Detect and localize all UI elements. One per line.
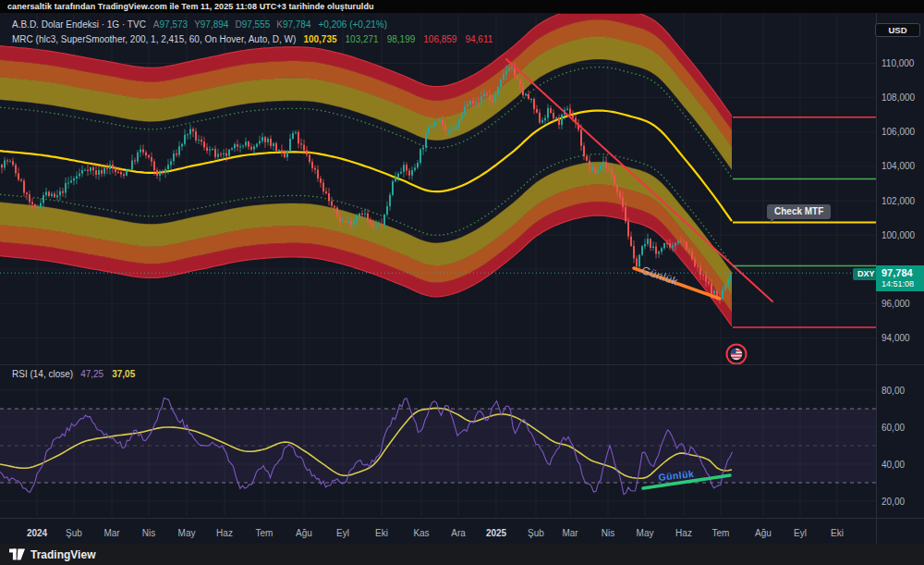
rsi-legend: RSI (14, close) 47,2537,05 (12, 369, 135, 379)
price-tick-label: 94,000 (881, 333, 910, 343)
price-tick-label: 102,000 (881, 196, 916, 206)
time-tick-label: Nis (142, 528, 155, 538)
rsi-values: 47,2537,05 (80, 369, 135, 379)
mrc-values: 100,735103,27198,199106,85994,611 (303, 34, 492, 44)
price-tick-label: 104,000 (881, 161, 916, 171)
symbol-legend: A.B.D. Dolar Endeksi · 1G · TVC A97,573Y… (12, 19, 387, 30)
time-tick-label: Şub (528, 528, 544, 538)
time-tick-label: Tem (256, 528, 274, 538)
price-axis-label[interactable]: 97,784 14:51:08 (876, 265, 924, 291)
symbol-title[interactable]: A.B.D. Dolar Endeksi · 1G · TVC (12, 19, 146, 30)
chart-canvas[interactable]: 110,000108,000106,000104,000102,000100,0… (0, 0, 924, 565)
mrc-value: 94,611 (465, 34, 492, 44)
ohlc-d: D97,555 (235, 19, 270, 30)
rsi-title[interactable]: RSI (14, close) (12, 369, 73, 379)
time-tick-label: Haz (216, 528, 233, 538)
ohlc-y: Y97,894 (194, 19, 228, 30)
mrc-value: 98,199 (387, 34, 416, 44)
time-tick-label: Eyl (336, 528, 349, 538)
time-tick-label: Eki (831, 528, 844, 538)
watermark-text: TradingView (30, 548, 95, 561)
time-tick-label: Şub (66, 528, 82, 538)
flag-marker-icon (727, 345, 747, 364)
time-tick-label: Kas (413, 528, 429, 538)
price-tick-label: 96,000 (881, 299, 910, 309)
currency-button[interactable]: USD (875, 23, 920, 37)
price-tick-label: 110,000 (881, 58, 915, 68)
time-tick-label: Haz (675, 528, 692, 538)
change-value: +0,206 (+0,21%) (318, 19, 387, 30)
time-tick-label: May (178, 528, 196, 538)
rsi-tick-label: 80,00 (881, 386, 905, 396)
mrc-value: 106,859 (423, 34, 456, 44)
attribution-text: canersaltik tarafından TradingView.com i… (7, 2, 374, 11)
time-tick-label: Ara (451, 528, 466, 538)
tradingview-chart-snapshot: canersaltik tarafından TradingView.com i… (0, 0, 924, 565)
price-tick-label: 108,000 (881, 92, 916, 103)
check-mtf-button[interactable]: Check MTF (767, 204, 831, 219)
price-tick-label: 106,000 (881, 127, 916, 137)
time-tick-label: Ağu (755, 528, 772, 538)
mrc-value: 103,271 (346, 34, 379, 44)
time-tick-label: May (637, 528, 654, 538)
rsi-tick-label: 40,00 (881, 460, 905, 470)
time-tick-label: 2024 (27, 528, 48, 538)
rsi-tick-label: 60,00 (881, 423, 905, 433)
bar-countdown: 14:51:08 (881, 279, 924, 289)
price-tick-label: 100,000 (881, 230, 916, 240)
time-tick-label: Tem (712, 528, 730, 538)
time-tick-label: Mar (562, 528, 578, 538)
time-tick-label: Mar (103, 528, 120, 538)
rsi-tick-label: 20,00 (881, 497, 905, 507)
time-tick-label: Eki (375, 528, 388, 538)
attribution-bar: canersaltik tarafından TradingView.com i… (0, 0, 924, 13)
rsi-value: 37,05 (112, 369, 135, 379)
tradingview-logo-icon (9, 548, 25, 560)
time-tick-label: Ağu (296, 528, 312, 538)
time-tick-label: Nis (602, 528, 614, 538)
time-tick-label: Eyl (794, 528, 807, 538)
mrc-title[interactable]: MRC (hlc3, SuperSmoother, 200, 1, 2,415,… (12, 34, 296, 44)
watermark-bar: TradingView (0, 544, 924, 565)
last-price: 97,784 (881, 267, 924, 279)
mrc-legend: MRC (hlc3, SuperSmoother, 200, 1, 2,415,… (12, 34, 492, 44)
ohlc-k: K97,784 (276, 19, 310, 30)
time-tick-label: 2025 (486, 528, 507, 538)
rsi-value: 47,25 (80, 369, 103, 379)
mrc-value: 100,735 (303, 34, 336, 44)
ohlc-a: A97,573 (153, 19, 188, 30)
ohlc-values: A97,573Y97,894D97,555K97,784 (153, 19, 311, 30)
